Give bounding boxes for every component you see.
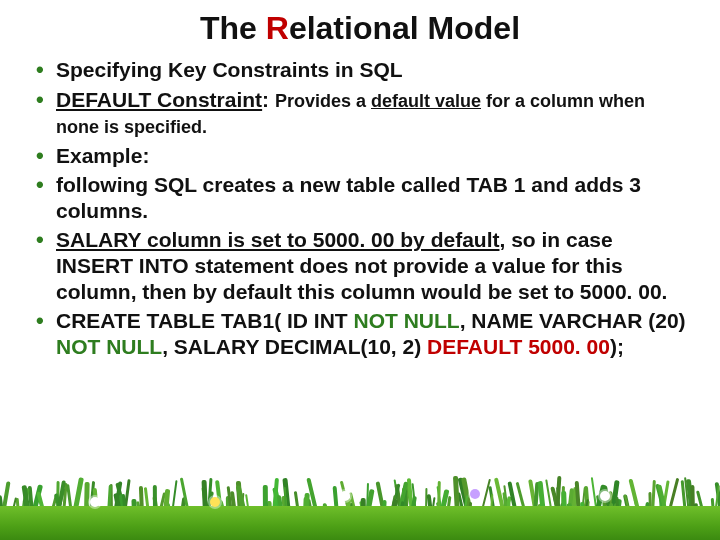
bullet-6-t2: , NAME VARCHAR (20)	[460, 309, 686, 332]
grass-blade	[56, 480, 66, 514]
grass-blade	[131, 499, 136, 514]
grass-blade	[93, 488, 99, 514]
grass-blade	[435, 502, 441, 515]
grass-blade	[596, 495, 602, 514]
bullet-6-notnull-1: NOT NULL	[354, 309, 460, 332]
grass-blade	[109, 484, 113, 514]
grass-blade	[23, 499, 31, 515]
grass-blade	[277, 495, 285, 515]
grass-blade	[240, 493, 245, 514]
grass-blade	[658, 485, 669, 515]
grass-blade	[215, 480, 223, 514]
grass-blade	[401, 496, 407, 514]
grass-blade	[648, 492, 652, 514]
grass-blade	[272, 478, 279, 514]
grass-blade	[427, 494, 434, 514]
grass-blade	[503, 485, 509, 514]
grass-blade	[608, 491, 616, 515]
grass-blade	[391, 495, 398, 514]
grass-blade	[180, 478, 190, 515]
bullet-3: Example:	[34, 143, 690, 169]
grass-blade	[502, 492, 508, 515]
grass-blade	[171, 480, 178, 514]
grass-blade	[123, 479, 130, 514]
grass-blade	[610, 480, 620, 515]
bullet-4-text: following SQL creates a new table called…	[56, 173, 641, 222]
grass-blade	[84, 482, 89, 514]
grass-blade	[27, 486, 33, 514]
grass-blade	[395, 484, 403, 514]
grass-blade	[54, 493, 63, 514]
grass-blade	[218, 500, 226, 515]
grass-blade	[66, 484, 73, 514]
grass-blade	[425, 488, 428, 514]
bullet-list: Specifying Key Constraints in SQL DEFAUL…	[30, 57, 690, 359]
grass-footer	[0, 470, 720, 540]
grass-blade	[602, 497, 607, 515]
grass-blade	[272, 487, 282, 514]
grass-blade	[403, 495, 408, 514]
grass-blade	[1, 481, 11, 515]
grass-blade	[72, 477, 84, 515]
grass-blade	[37, 491, 47, 515]
grass-blade	[590, 477, 597, 514]
grass-blade	[359, 501, 364, 515]
grass-blade	[615, 497, 620, 514]
grass-blade	[686, 479, 695, 514]
grass-blade	[463, 495, 469, 514]
bullet-2-underline: default value	[371, 91, 481, 111]
ground	[0, 506, 720, 540]
flower-icon	[470, 489, 480, 499]
grass-blade	[402, 488, 404, 514]
grass-blade	[692, 503, 699, 515]
grass-blade	[262, 485, 267, 514]
grass-blade	[410, 496, 417, 515]
grass-blade	[615, 499, 622, 515]
bullet-2: DEFAULT Constraint: Provides a default v…	[34, 87, 690, 139]
grass-blade	[609, 503, 615, 514]
grass-blade	[21, 485, 30, 514]
grass-blade	[152, 485, 156, 514]
grass-blade	[226, 486, 232, 514]
grass-blade	[113, 493, 121, 514]
grass-blade	[612, 503, 618, 514]
bullet-6-default: DEFAULT 5000. 00	[427, 335, 610, 358]
bullet-3-text: Example:	[56, 144, 149, 167]
grass-blade	[180, 497, 186, 515]
grass-blade	[561, 486, 565, 514]
grass-blade	[567, 488, 574, 514]
grass-blade	[303, 497, 309, 514]
grass-blade	[205, 491, 214, 514]
grass-blade	[143, 487, 149, 514]
grass-blade	[651, 480, 655, 514]
grass-blade	[225, 496, 229, 514]
grass-blade	[680, 480, 686, 514]
flower-icon	[600, 491, 610, 501]
grass-blade	[559, 502, 564, 514]
grass-blade	[397, 481, 408, 514]
flower-icon	[340, 491, 350, 501]
grass-blade	[461, 477, 473, 515]
grass-blade	[236, 481, 243, 515]
grass-blade	[494, 477, 506, 514]
flower-icon	[210, 497, 220, 507]
grass-blade	[661, 480, 670, 514]
grass-blade	[202, 487, 208, 514]
flower-icon	[90, 497, 100, 507]
grass-blade	[446, 496, 452, 515]
grass-blade	[166, 503, 171, 514]
grass-blade	[601, 494, 605, 514]
grass-blade	[696, 490, 705, 514]
grass-blade	[402, 482, 410, 515]
grass-blade	[571, 487, 578, 514]
grass-blade	[711, 498, 715, 515]
grass-blade	[264, 495, 268, 514]
grass-blade	[553, 496, 560, 514]
bullet-1: Specifying Key Constraints in SQL	[34, 57, 690, 83]
grass-blade	[345, 498, 352, 514]
grass-blade	[294, 491, 300, 514]
grass-blade	[89, 481, 95, 514]
grass-blade	[306, 477, 319, 514]
grass-blade	[57, 489, 66, 514]
grass-blade	[715, 482, 720, 514]
